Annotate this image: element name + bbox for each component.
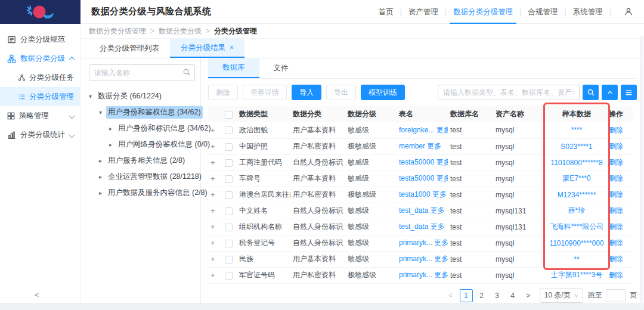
delete-link[interactable]: 删除 <box>609 142 623 150</box>
row-checkbox[interactable] <box>225 159 233 167</box>
select-all-checkbox[interactable] <box>225 111 233 119</box>
next-page-button[interactable]: > <box>522 289 535 302</box>
delete-link[interactable]: 删除 <box>609 174 623 182</box>
expand-row-button[interactable]: + <box>210 142 215 151</box>
page-number-button[interactable]: 2 <box>475 289 488 302</box>
delete-link[interactable]: 删除 <box>609 222 623 231</box>
expand-row-button[interactable]: + <box>210 190 215 199</box>
caret-right-icon[interactable]: ▸ <box>109 125 116 132</box>
row-checkbox[interactable] <box>225 191 233 199</box>
row-checkbox[interactable] <box>225 224 233 231</box>
prev-page-button[interactable]: < <box>444 289 457 302</box>
expand-row-button[interactable]: + <box>210 126 215 135</box>
more-link[interactable]: 更多 <box>436 158 448 166</box>
expand-row-button[interactable]: + <box>210 222 215 231</box>
page-tab[interactable]: 分类分级管理列表 <box>89 39 170 58</box>
close-tab-icon[interactable]: × <box>230 44 234 52</box>
table-search-input[interactable] <box>438 85 580 100</box>
caret-right-icon[interactable]: ▸ <box>109 141 116 148</box>
caret-down-icon[interactable]: ▾ <box>99 109 106 116</box>
table-name-link[interactable]: primaryk... <box>399 255 432 263</box>
column-settings-button[interactable] <box>621 85 637 100</box>
sidebar-collapse-button[interactable]: < <box>35 290 39 299</box>
more-link[interactable]: 更多 <box>436 174 448 182</box>
table-name-link[interactable]: testa50000 <box>399 174 434 182</box>
caret-right-icon[interactable]: ▸ <box>99 157 106 164</box>
tree-node[interactable]: ▾ 数据分类 (66/1224) <box>89 88 196 104</box>
toolbar-button[interactable]: 删除 <box>208 85 238 100</box>
table-name-link[interactable]: foreignke... <box>399 126 434 134</box>
delete-link[interactable]: 删除 <box>609 158 623 166</box>
nav-item[interactable]: 合规管理 <box>526 0 561 24</box>
table-name-link[interactable]: test_data <box>399 222 428 231</box>
page-number-button[interactable]: 4 <box>506 289 519 302</box>
tree-node[interactable]: ▸ 用户服务相关信息 (2/8) <box>89 153 196 169</box>
expand-row-button[interactable]: + <box>210 238 215 247</box>
search-button[interactable] <box>583 85 599 100</box>
more-link[interactable]: 更多 <box>434 238 448 247</box>
row-checkbox[interactable] <box>225 240 233 247</box>
table-name-link[interactable]: testa1000 <box>399 190 431 199</box>
more-link[interactable]: 更多 <box>427 142 441 150</box>
toolbar-button[interactable]: 查看详情 <box>243 85 287 100</box>
more-link[interactable]: 更多 <box>431 206 445 215</box>
delete-link[interactable]: 删除 <box>609 126 623 134</box>
source-tab[interactable]: 文件 <box>259 58 303 78</box>
sidebar-subitem[interactable]: 分类分级管理 <box>0 87 80 106</box>
expand-row-button[interactable]: + <box>210 174 215 183</box>
collapse-search-button[interactable] <box>602 85 618 100</box>
user-menu-button[interactable] <box>624 7 633 17</box>
breadcrumb-item[interactable]: 分类分级管理 <box>214 26 257 36</box>
scrollbar[interactable] <box>640 36 643 308</box>
more-link[interactable]: 更多 <box>434 271 448 279</box>
delete-link[interactable]: 删除 <box>609 206 623 215</box>
delete-link[interactable]: 删除 <box>609 238 623 247</box>
tree-node[interactable]: ▸ 企业运营管理数据 (28/1218) <box>89 169 196 185</box>
row-checkbox[interactable] <box>225 126 233 134</box>
tree-search-input[interactable] <box>89 64 195 81</box>
more-link[interactable]: 更多 <box>431 222 445 231</box>
expand-row-button[interactable]: + <box>210 158 215 167</box>
row-checkbox[interactable] <box>225 207 233 215</box>
page-number-button[interactable]: 3 <box>491 289 504 302</box>
sidebar-item[interactable]: 策略管理 <box>0 106 80 125</box>
table-name-link[interactable]: primaryk... <box>399 238 432 247</box>
breadcrumb-item[interactable]: 数据分类分级 <box>159 26 202 36</box>
toolbar-button[interactable]: 导出 <box>326 85 356 100</box>
more-link[interactable]: 更多 <box>434 255 448 263</box>
tree-node[interactable]: ▸ 用户网络身份鉴权信息 (0/0) <box>89 137 196 153</box>
table-name-link[interactable]: test_data <box>399 206 428 215</box>
primary-toolbar-button[interactable]: 导入 <box>292 85 321 100</box>
more-link[interactable]: 更多 <box>432 190 447 199</box>
expand-row-button[interactable]: + <box>210 271 215 280</box>
sidebar-subitem[interactable]: 分类分级任务 <box>0 68 80 87</box>
caret-down-icon[interactable]: ▾ <box>89 93 96 100</box>
primary-toolbar-button[interactable]: 模型训练 <box>361 85 405 100</box>
more-link[interactable]: 更多 <box>436 126 448 134</box>
sidebar-item[interactable]: 数据分类分级 <box>0 49 80 68</box>
table-name-link[interactable]: testa50000 <box>399 158 434 166</box>
page-size-select[interactable]: 10 条/页 ∨ <box>540 289 583 303</box>
source-tab[interactable]: 数据库 <box>208 58 259 78</box>
delete-link[interactable]: 删除 <box>609 255 623 263</box>
expand-row-button[interactable]: + <box>210 206 215 215</box>
nav-item[interactable]: 系统管理 <box>571 0 605 24</box>
tree-node[interactable]: ▸ 用户数据及服务内容信息 (2/8) <box>89 185 196 201</box>
caret-right-icon[interactable]: ▸ <box>99 173 106 180</box>
row-checkbox[interactable] <box>225 175 233 183</box>
expand-row-button[interactable]: + <box>210 255 215 264</box>
tree-node[interactable]: ▸ 用户身份和标识信息 (34/62) <box>89 120 196 137</box>
sidebar-item[interactable]: 分类分级统计 <box>0 125 80 144</box>
row-checkbox[interactable] <box>225 256 233 264</box>
sidebar-item[interactable]: 分类分级规范 <box>0 30 80 49</box>
nav-item[interactable]: 资产管理 <box>406 0 441 24</box>
table-name-link[interactable]: primaryk... <box>399 271 432 279</box>
delete-link[interactable]: 删除 <box>609 271 623 279</box>
jump-page-input[interactable] <box>606 289 626 302</box>
page-tab[interactable]: 分类分级结果× <box>170 39 244 58</box>
breadcrumb-item[interactable]: 数据分类分级管理 <box>89 26 146 36</box>
nav-item[interactable]: 数据分类分级管理 <box>451 0 515 24</box>
row-checkbox[interactable] <box>225 143 233 151</box>
tree-node[interactable]: ▾ 用户身份和鉴权信息 (34/62) <box>89 104 196 120</box>
nav-item[interactable]: 首页 <box>376 0 396 24</box>
